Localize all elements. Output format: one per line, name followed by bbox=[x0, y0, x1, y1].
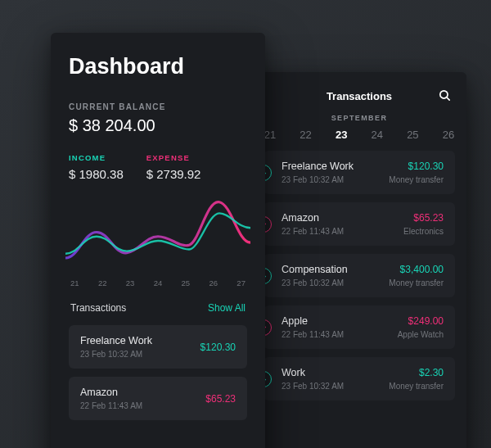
month-label: SEPTEMBER bbox=[252, 114, 466, 122]
transaction-date: 23 Feb 10:32 AM bbox=[80, 350, 152, 359]
transaction-row[interactable]: Freelance Work23 Feb 10:32 AM $120.30Mon… bbox=[264, 151, 455, 194]
transaction-amount: $120.30 bbox=[200, 342, 236, 353]
search-icon[interactable] bbox=[438, 88, 452, 106]
balance-chart bbox=[65, 189, 250, 275]
transaction-title: Freelance Work bbox=[80, 335, 152, 346]
income-label: INCOME bbox=[69, 153, 124, 162]
date-option[interactable]: 24 bbox=[366, 129, 389, 141]
show-all-link[interactable]: Show All bbox=[208, 302, 246, 314]
date-option[interactable]: 26 bbox=[437, 129, 460, 141]
transaction-row[interactable]: Apple22 Feb 11:43 AM $249.00Apple Watch bbox=[264, 305, 455, 349]
dashboard-screen: Dashboard CURRENT BALANCE $ 38 204.00 IN… bbox=[51, 33, 265, 448]
svg-line-1 bbox=[447, 97, 449, 100]
transactions-screen: Transactions SEPTEMBER 21 22 23 24 25 26… bbox=[252, 72, 466, 448]
date-picker[interactable]: 21 22 23 24 25 26 bbox=[252, 129, 466, 151]
transactions-label: Transactions bbox=[70, 302, 126, 314]
transaction-amount: $65.23 bbox=[205, 393, 236, 405]
page-title: Dashboard bbox=[69, 54, 247, 79]
date-option[interactable]: 25 bbox=[401, 129, 424, 141]
transaction-row[interactable]: Compensation23 Feb 10:32 AM $3,400.00Mon… bbox=[264, 254, 455, 297]
transaction-row[interactable]: Work23 Feb 10:32 AM $2.30Money transfer bbox=[264, 357, 455, 400]
screen-title: Transactions bbox=[327, 90, 392, 102]
chart-axis: 21 22 23 24 25 26 27 bbox=[69, 275, 247, 287]
transaction-card[interactable]: Amazon 22 Feb 11:43 AM $65.23 bbox=[69, 377, 247, 420]
date-option-selected[interactable]: 23 bbox=[330, 129, 353, 141]
transaction-title: Amazon bbox=[80, 387, 142, 398]
transaction-row[interactable]: Amazon22 Feb 11:43 AM $65.23Electronics bbox=[264, 202, 455, 246]
balance-label: CURRENT BALANCE bbox=[69, 102, 247, 111]
balance-value: $ 38 204.00 bbox=[69, 116, 247, 135]
expense-value: $ 2739.92 bbox=[146, 167, 201, 181]
transaction-date: 22 Feb 11:43 AM bbox=[80, 401, 142, 410]
expense-stat: EXPENSE $ 2739.92 bbox=[146, 153, 201, 181]
date-option[interactable]: 22 bbox=[295, 129, 318, 141]
income-stat: INCOME $ 1980.38 bbox=[69, 153, 124, 181]
expense-label: EXPENSE bbox=[146, 153, 201, 162]
transaction-card[interactable]: Freelance Work 23 Feb 10:32 AM $120.30 bbox=[69, 325, 247, 369]
chart-line-expense bbox=[65, 202, 250, 258]
income-value: $ 1980.38 bbox=[69, 167, 124, 181]
